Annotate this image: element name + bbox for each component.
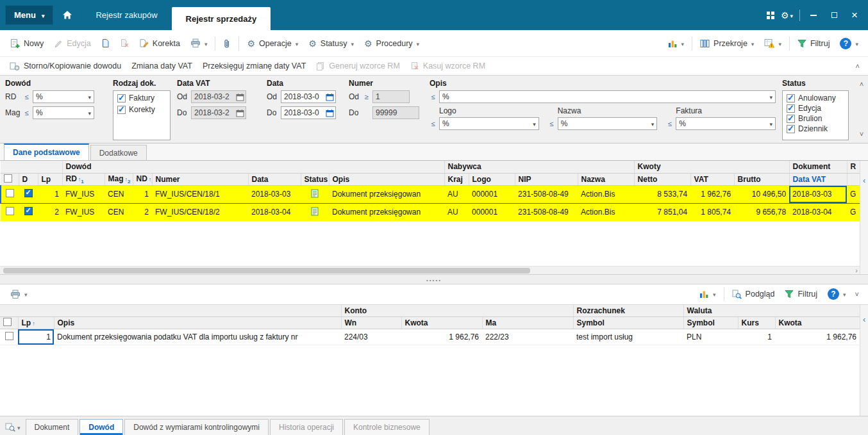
ma-cell[interactable]: 222/23 [482, 329, 573, 345]
row-select-cell[interactable] [0, 329, 18, 345]
operacje-menu-button[interactable]: ⚙ Operacje [242, 36, 303, 51]
korekta-button[interactable]: Korekta [134, 36, 185, 51]
maximize-button[interactable] [827, 9, 841, 22]
tab-kontrole-biznesowe[interactable]: Kontrole biznesowe [344, 419, 430, 435]
home-button[interactable] [53, 0, 81, 30]
numer-cell[interactable]: FW_IUS/CEN/18/2 [152, 203, 248, 221]
checkbox-icon[interactable] [4, 174, 12, 183]
kasuj-wzorce-button[interactable]: Kasuj wzorce RM [405, 59, 490, 74]
storno-button[interactable]: Storno/Kopiowanie dowodu [4, 59, 126, 74]
col-opis[interactable]: Opis [329, 173, 444, 185]
col-wn[interactable]: Wn [341, 317, 401, 329]
operator-icon[interactable]: ≤ [548, 120, 555, 127]
mag-cell[interactable]: CEN [104, 203, 133, 221]
col-lp[interactable]: Lp [38, 173, 62, 185]
data-cell[interactable]: 2018-03-03 [248, 185, 301, 203]
logo-filter-select[interactable]: % [439, 117, 539, 130]
col-kraj[interactable]: Kraj [444, 173, 469, 185]
status-cell[interactable] [301, 185, 329, 203]
row-select-cell[interactable] [1, 203, 19, 221]
netto-cell[interactable]: 8 533,74 [634, 185, 690, 203]
d-cell[interactable] [19, 203, 38, 221]
col-kurs[interactable]: Kurs [738, 317, 775, 329]
checkbox-icon[interactable] [5, 332, 13, 340]
col-waluta-symbol[interactable]: Symbol [683, 317, 738, 329]
collapse-detail-toolbar-button[interactable] [851, 289, 863, 299]
operator-icon[interactable]: ≤ [23, 93, 30, 101]
table-row[interactable]: 1 FW_IUS CEN 1 FW_IUS/CEN/18/1 2018-03-0… [1, 185, 860, 203]
scrollbar-thumb[interactable] [3, 268, 530, 274]
col-vat[interactable]: VAT [690, 173, 734, 185]
brutto-cell[interactable]: 9 656,78 [734, 203, 789, 221]
menu-button[interactable]: Menu [5, 5, 53, 25]
chart-button[interactable] [663, 37, 690, 51]
settings-button[interactable]: ⚙ [781, 10, 793, 21]
nip-cell[interactable]: 231-508-08-49 [515, 203, 578, 221]
horizontal-scrollbar[interactable] [0, 266, 868, 274]
podglad-button[interactable]: Podgląd [727, 287, 780, 302]
mag-filter-select[interactable]: % [33, 106, 94, 119]
logo-cell[interactable]: 000001 [469, 203, 515, 221]
checkbox-icon[interactable] [6, 207, 14, 215]
close-button[interactable] [847, 9, 862, 22]
przekroje-button[interactable]: Przekroje [695, 37, 759, 51]
checkbox-checked-icon[interactable] [787, 115, 795, 123]
table-row[interactable]: 2 FW_IUS CEN 2 FW_IUS/CEN/18/2 2018-03-0… [1, 203, 860, 221]
col-r[interactable] [847, 173, 860, 185]
checkbox-checked-icon[interactable] [24, 189, 33, 197]
zmiana-daty-vat-button[interactable]: Zmiana daty VAT [126, 59, 197, 73]
col-logo[interactable]: Logo [469, 173, 515, 185]
logo-cell[interactable]: 000001 [469, 185, 515, 203]
col-d[interactable]: D [19, 173, 38, 185]
help-button[interactable]: ? [835, 35, 864, 52]
operator-icon[interactable]: ≤ [430, 93, 437, 101]
nazwa-filter-select[interactable]: % [558, 117, 658, 130]
nd-cell[interactable]: 1 [133, 185, 152, 203]
data-vat-do-input[interactable] [191, 106, 246, 119]
detail-chart-button[interactable] [694, 287, 721, 301]
data-do-input[interactable] [281, 106, 336, 119]
operator-icon[interactable]: ≤ [430, 120, 437, 127]
col-waluta-kwota[interactable]: Kwota [775, 317, 860, 329]
col-opis[interactable]: Opis [54, 317, 341, 329]
nip-cell[interactable]: 231-508-08-49 [515, 185, 578, 203]
checkbox-icon[interactable] [3, 318, 12, 326]
detail-print-button[interactable] [5, 287, 33, 302]
lp-cell[interactable]: 2 [38, 203, 62, 221]
tab-dowod[interactable]: Dowód [79, 419, 123, 435]
data-vat-cell-active[interactable]: 2018-03-03 [789, 185, 847, 203]
waluta-kwota-cell[interactable]: 1 962,76 [775, 329, 860, 345]
vat-cell[interactable]: 1 962,76 [690, 185, 734, 203]
col-mag[interactable]: Mag2 [104, 173, 133, 185]
tab-dowod-z-wymiarami[interactable]: Dowód z wymiarami kontrolingowymi [124, 419, 269, 435]
lp-cell-active[interactable]: 1 [18, 329, 54, 345]
nd-cell[interactable]: 2 [133, 203, 152, 221]
lp-cell[interactable]: 1 [38, 185, 62, 203]
scroll-right-arrow[interactable] [855, 267, 858, 274]
opis-cell[interactable]: Dokument przeksięgowan [329, 185, 444, 203]
col-nip[interactable]: NIP [515, 173, 578, 185]
filter-button[interactable]: Filtruj [792, 37, 835, 51]
select-all-header[interactable] [1, 173, 19, 185]
preview-document-button[interactable] [96, 36, 115, 51]
tab-dokument[interactable]: Dokument [26, 419, 79, 435]
detail-filter-button[interactable]: Filtruj [780, 287, 822, 301]
data-cell[interactable]: 2018-03-04 [248, 203, 301, 221]
opis-cell[interactable]: Dokument przeksięgowania podatku VAT dla… [54, 329, 341, 345]
numer-do-input[interactable] [372, 106, 419, 119]
col-data-vat[interactable]: Data VAT [789, 173, 847, 185]
opis-cell[interactable]: Dokument przeksięgowan [329, 203, 444, 221]
waluta-symbol-cell[interactable]: PLN [683, 329, 738, 345]
checkbox-checked-icon[interactable] [787, 104, 795, 113]
symbol-cell[interactable]: test import usług [573, 329, 683, 345]
print-button[interactable] [185, 36, 213, 51]
kraj-cell[interactable]: AU [444, 185, 469, 203]
rd-cell[interactable]: FW_IUS [62, 203, 104, 221]
row-select-cell[interactable] [1, 185, 19, 203]
detail-help-button[interactable]: ? [822, 286, 851, 302]
tab-dane-podstawowe[interactable]: Dane podstawowe [4, 144, 89, 160]
numer-od-input[interactable] [372, 90, 410, 103]
przeksieguj-button[interactable]: Przeksięguj zmianę daty VAT [197, 59, 311, 73]
edycja-option[interactable]: Edycja [787, 104, 844, 113]
kurs-cell[interactable]: 1 [738, 329, 775, 345]
